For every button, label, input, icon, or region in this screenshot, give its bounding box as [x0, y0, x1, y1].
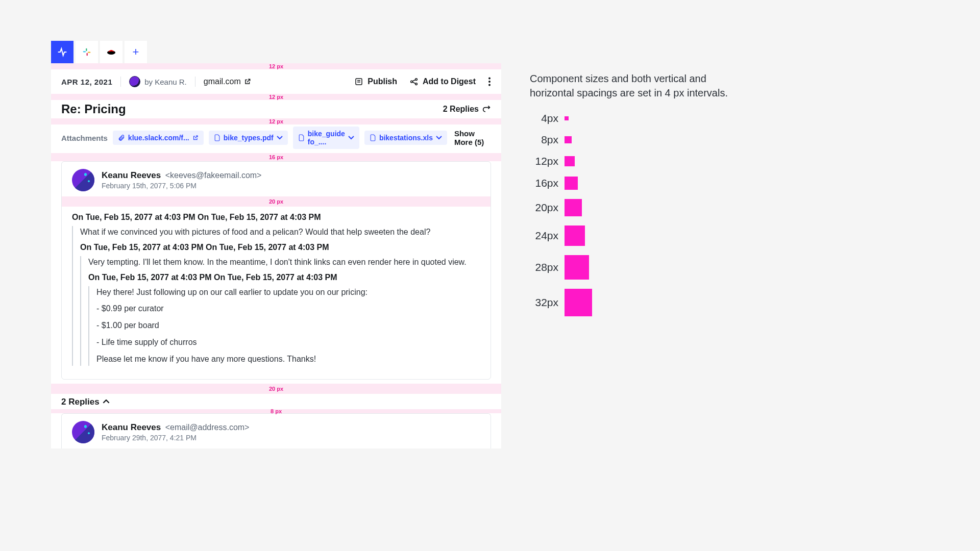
slack-icon	[81, 46, 92, 58]
kebab-icon	[488, 77, 491, 86]
message-header: Keanu Reeves <keeves@fakeemail.com> Febr…	[62, 162, 491, 196]
spacing-annotation: 8 px	[51, 409, 501, 413]
app-tab-redhat[interactable]	[100, 41, 122, 63]
spacing-annotation: 20 px	[51, 384, 501, 394]
message-card: Keanu Reeves <keeves@fakeemail.com> Febr…	[61, 161, 491, 380]
scale-row: 12px	[530, 155, 744, 167]
scale-row: 8px	[530, 134, 744, 146]
message-header: Keanu Reeves <email@address.com> Februar…	[62, 414, 491, 448]
scale-row: 4px	[530, 112, 744, 124]
scale-swatch	[565, 156, 575, 166]
svg-point-13	[488, 78, 491, 80]
newspaper-icon	[354, 77, 363, 86]
external-link-icon	[192, 135, 199, 141]
attachments-label: Attachments	[61, 134, 108, 142]
body-text: - $0.99 per curator	[96, 303, 480, 315]
publish-button[interactable]: Publish	[354, 77, 397, 86]
svg-line-12	[412, 82, 415, 84]
quote-block: What if we convinced you with pictures o…	[72, 226, 480, 366]
activity-icon	[57, 47, 67, 57]
message-body: On Tue, Feb 15, 2077 at 4:03 PM On Tue, …	[62, 207, 491, 379]
scale-label: 12px	[530, 155, 558, 167]
scale-swatch	[565, 199, 582, 216]
scale-swatch	[565, 116, 569, 120]
spacing-annotation: 12 px	[51, 118, 501, 124]
scale-row: 16px	[530, 177, 744, 190]
svg-rect-2	[88, 52, 91, 53]
body-text: Please let me know if you have any more …	[96, 353, 480, 366]
message-timestamp: February 15th, 2077, 5:06 PM	[102, 182, 261, 190]
plus-icon: +	[133, 45, 139, 59]
scale-swatch	[565, 177, 578, 190]
scale-label: 32px	[530, 296, 558, 309]
scale-label: 28px	[530, 261, 558, 273]
attachments-row: Attachments klue.slack.com/f... bike_typ…	[51, 124, 501, 153]
scale-row: 24px	[530, 226, 744, 246]
subject-row: Re: Pricing 2 Replies	[51, 100, 501, 118]
attachment-chip[interactable]: bike_types.pdf	[209, 131, 288, 145]
thread-card: 12 px APR 12, 2021 by Keanu R. gmail.com…	[51, 63, 501, 448]
show-more-attachments[interactable]: Show More (5)	[454, 129, 491, 146]
more-menu-button[interactable]	[488, 77, 491, 86]
body-text: Very tempting. I'll let them know. In th…	[88, 256, 480, 269]
replies-jump-link[interactable]: 2 Replies	[443, 105, 491, 114]
app-tab-slack[interactable]	[76, 41, 98, 63]
sender-email: <keeves@fakeemail.com>	[165, 171, 262, 180]
scale-label: 24px	[530, 230, 558, 242]
scale-row: 32px	[530, 289, 744, 316]
chevron-down-icon	[436, 136, 442, 140]
quote-timestamp: On Tue, Feb 15, 2077 at 4:03 PM On Tue, …	[88, 273, 480, 282]
thread-header: APR 12, 2021 by Keanu R. gmail.com Publi…	[51, 69, 501, 94]
svg-rect-1	[86, 48, 87, 52]
message-card: Keanu Reeves <email@address.com> Februar…	[61, 413, 491, 448]
quote-block: Hey there! Just following up on our call…	[88, 286, 480, 366]
spacing-annotation: 12 px	[51, 63, 501, 69]
scale-label: 4px	[530, 112, 558, 124]
svg-point-15	[488, 84, 491, 86]
chip-label: klue.slack.com/f...	[128, 134, 189, 142]
file-icon	[298, 134, 305, 141]
file-icon	[370, 134, 376, 141]
app-tab-activity[interactable]	[51, 41, 74, 63]
legend-description: Component sizes and both vertical and ho…	[530, 71, 744, 100]
chip-label: bikestations.xls	[379, 134, 433, 142]
chevron-down-icon	[277, 136, 283, 140]
body-text: What if we convinced you with pictures o…	[80, 226, 480, 239]
scale-row: 20px	[530, 199, 744, 216]
thread-date: APR 12, 2021	[61, 78, 112, 86]
chip-label: bike_types.pdf	[224, 134, 274, 142]
divider	[195, 77, 195, 87]
add-to-digest-button[interactable]: Add to Digest	[409, 77, 476, 86]
replies-toggle-label: 2 Replies	[61, 397, 100, 407]
chevron-up-icon	[103, 399, 110, 404]
scale-swatch	[565, 289, 592, 316]
attachment-chip[interactable]: klue.slack.com/f...	[113, 131, 204, 145]
author-byline: by Keanu R.	[144, 78, 187, 86]
divider	[120, 77, 121, 87]
chevron-down-icon	[348, 136, 354, 140]
scale-swatch	[565, 255, 589, 280]
reply-arrow-icon	[482, 106, 491, 113]
sender-name: Keanu Reeves	[102, 170, 161, 180]
redhat-icon	[105, 46, 117, 58]
sender-avatar	[72, 169, 94, 191]
attachment-chip[interactable]: bikestations.xls	[364, 131, 447, 145]
scale-swatch	[565, 136, 572, 143]
attachment-chip[interactable]: bike_guide fo_....	[293, 127, 359, 149]
source-link[interactable]: gmail.com	[204, 77, 251, 86]
spacing-annotation: 16 px	[51, 153, 501, 161]
app-tab-add[interactable]: +	[125, 41, 147, 63]
sender-avatar	[72, 421, 94, 443]
message-timestamp: February 29th, 2077, 4:21 PM	[102, 434, 249, 442]
source-label: gmail.com	[204, 77, 241, 86]
spacing-annotation: 20 px	[62, 196, 491, 207]
svg-rect-3	[87, 53, 88, 56]
replies-toggle[interactable]: 2 Replies	[51, 394, 501, 407]
chip-label: bike_guide fo_....	[308, 130, 345, 146]
quote-block: Very tempting. I'll let them know. In th…	[80, 256, 480, 366]
paperclip-icon	[118, 134, 125, 141]
scale-label: 20px	[530, 202, 558, 214]
scale-row: 28px	[530, 255, 744, 280]
svg-line-11	[412, 80, 415, 81]
digest-label: Add to Digest	[423, 77, 476, 86]
